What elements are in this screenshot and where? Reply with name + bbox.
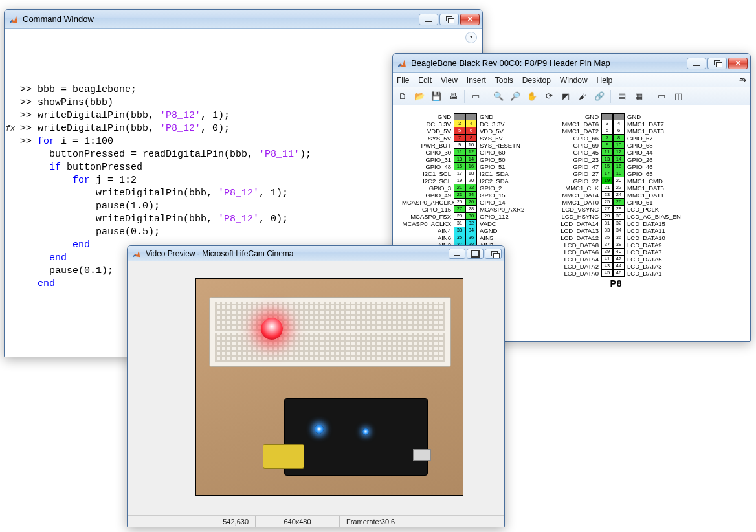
video-statusbar: 542,630 640x480 Framerate:30.6 (128, 515, 504, 527)
menu-edit[interactable]: Edit (418, 76, 432, 85)
pin-label-left: LCD_DATA6 (550, 249, 601, 256)
maximize-button[interactable] (467, 249, 484, 259)
pin-label-right: MMC1_DAT1 (625, 192, 683, 199)
dock-icon[interactable]: ⥲ (739, 75, 746, 85)
datatip-icon[interactable]: ◩ (559, 89, 573, 104)
pin-cell: 1 (454, 113, 465, 120)
pin-label-right: SYS_5V (477, 135, 535, 142)
pin-label-right: MMC1_DAT7 (625, 120, 683, 127)
video-window: Video Preview - Microsoft LifeCam Cinema… (127, 245, 505, 527)
property-icon[interactable]: ◫ (671, 89, 685, 104)
pin-cell: 9 (454, 142, 465, 149)
status-rate: Framerate:30.6 (340, 516, 504, 527)
menu-view[interactable]: View (441, 76, 458, 85)
pin-cell: 29 (454, 213, 465, 220)
pin-cell: 3 (454, 120, 465, 127)
minimize-button[interactable] (687, 58, 706, 69)
pin-label-left: AIN6 (402, 234, 454, 241)
menu-help[interactable]: Help (597, 76, 613, 85)
pin-label-left: GPIO_66 (550, 135, 601, 142)
pin-label-right: GPIO_65 (625, 170, 683, 177)
menu-desktop[interactable]: Desktop (522, 76, 551, 85)
pin-cell: 33 (601, 227, 613, 234)
link-icon[interactable]: 🔗 (592, 89, 606, 104)
close-button[interactable] (728, 58, 748, 69)
menu-file[interactable]: File (397, 76, 409, 85)
pin-cell: 31 (601, 220, 613, 227)
video-titlebar[interactable]: Video Preview - Microsoft LifeCam Cinema (128, 246, 504, 261)
pin-cell: 4 (613, 120, 625, 127)
pin-label-right: LCD_AC_BIAS_EN (625, 213, 683, 220)
pointer-icon[interactable]: ▭ (469, 89, 483, 104)
pin-label-right: LCD_DATA3 (625, 263, 683, 270)
rotate-icon[interactable]: ⟳ (542, 89, 556, 104)
layout-icon[interactable]: ▭ (654, 89, 669, 104)
pin-cell: 4 (465, 120, 477, 127)
menu-window[interactable]: Window (560, 76, 588, 85)
pin-label-right: VDD_5V (477, 127, 535, 135)
pin-cell: 16 (465, 163, 477, 170)
pin-cell: 21 (454, 184, 465, 192)
pingrid-p8: GND12GNDMMC1_DAT634MMC1_DAT7MMC1_DAT256M… (550, 113, 683, 277)
pan-icon[interactable]: ✋ (525, 89, 539, 104)
pin-cell: 12 (465, 149, 477, 156)
menu-insert[interactable]: Insert (467, 76, 486, 85)
colorbar-icon[interactable]: ▤ (615, 89, 629, 104)
video-usb-port (413, 449, 431, 461)
pin-label-left: PWR_BUT (402, 142, 454, 149)
pin-label-left: LCD_HSYNC (550, 213, 601, 220)
pin-label-right: VADC (477, 220, 535, 227)
pinmap-titlebar[interactable]: BeagleBone Black Rev 00C0: P8/P9 Header … (393, 54, 750, 73)
menu-tools[interactable]: Tools (495, 76, 513, 85)
matlab-icon (397, 58, 407, 69)
close-button[interactable] (485, 249, 502, 259)
minimize-button[interactable] (419, 14, 438, 25)
pin-label-right: LCD_DATA7 (625, 249, 683, 256)
actions-dropdown-icon[interactable]: ▾ (465, 32, 477, 43)
save-icon[interactable]: 💾 (429, 89, 443, 104)
pin-cell: 23 (601, 192, 613, 199)
restore-button[interactable] (439, 14, 459, 25)
minimize-button[interactable] (449, 249, 465, 259)
pin-cell: 8 (613, 135, 625, 142)
pin-label-left: GPIO_45 (550, 149, 601, 156)
pin-label-left: I2C1_SCL (402, 170, 454, 177)
pin-label-left: MMC1_DAT0 (550, 199, 601, 206)
pin-cell: 17 (454, 170, 465, 177)
command-window-title: Command Window (23, 14, 415, 24)
pin-cell: 23 (454, 192, 465, 199)
pin-cell: 34 (465, 227, 477, 234)
pin-cell: 3 (601, 120, 613, 127)
pin-label-left: LCD_DATA14 (550, 220, 601, 227)
pin-cell: 33 (454, 227, 465, 234)
pin-cell: 18 (613, 170, 625, 177)
video-title: Video Preview - Microsoft LifeCam Cinema (146, 249, 445, 258)
pin-label-left: GPIO_49 (402, 192, 454, 199)
new-figure-icon[interactable]: 🗋 (395, 89, 410, 104)
video-frame (195, 278, 463, 496)
pin-label-left: DC_3.3V (402, 120, 454, 127)
zoom-in-icon[interactable]: 🔍 (491, 89, 506, 104)
pin-cell: 14 (465, 156, 477, 163)
pin-label-right: GPIO_67 (625, 135, 683, 142)
restore-button[interactable] (707, 58, 727, 69)
open-icon[interactable]: 📂 (412, 89, 427, 104)
video-ethernet-cable (263, 444, 304, 469)
print-icon[interactable]: 🖶 (446, 89, 460, 104)
pinmap-toolbar: 🗋 📂 💾 🖶 ▭ 🔍 🔎 ✋ ⟳ ◩ 🖌 🔗 ▤ ▦ ▭ ◫ (393, 87, 750, 105)
status-size: 640x480 (256, 516, 340, 527)
pin-label-left: GND (550, 113, 601, 120)
close-button[interactable] (460, 14, 480, 25)
pin-cell: 1 (601, 113, 613, 120)
pin-label-left: SYS_5V (402, 135, 454, 142)
header-p8: GND12GNDMMC1_DAT634MMC1_DAT7MMC1_DAT256M… (550, 113, 683, 340)
pin-label-left: GPIO_30 (402, 149, 454, 156)
command-window-titlebar[interactable]: Command Window (5, 10, 482, 29)
pin-label-left: MCASP0_ACLKX (402, 220, 454, 227)
pin-label-left: LCD_DATA4 (550, 256, 601, 263)
pin-cell: 45 (601, 270, 613, 277)
zoom-out-icon[interactable]: 🔎 (508, 89, 522, 104)
pin-cell: 37 (601, 241, 613, 249)
brush-icon[interactable]: 🖌 (575, 89, 590, 104)
legend-icon[interactable]: ▦ (632, 89, 646, 104)
